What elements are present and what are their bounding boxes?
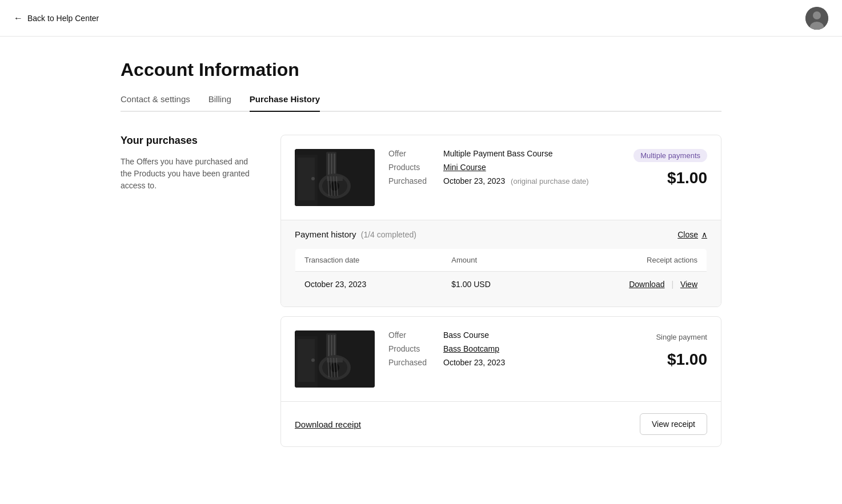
svg-rect-11 bbox=[327, 176, 343, 181]
receipt-actions-cell: Download | View bbox=[547, 272, 707, 297]
price-amount-1: $1.00 bbox=[616, 169, 707, 187]
table-header-row: Transaction date Amount Receipt actions bbox=[295, 249, 707, 272]
price-amount-2: $1.00 bbox=[616, 350, 707, 369]
transaction-table-wrapper: Transaction date Amount Receipt actions … bbox=[281, 248, 721, 307]
table-row: October 23, 2023 $1.00 USD Download | Vi… bbox=[295, 272, 707, 297]
products-row-2: Products Bass Bootcamp bbox=[388, 344, 602, 353]
sidebar-column: Your purchases The Offers you have purch… bbox=[121, 135, 258, 447]
col-amount: Amount bbox=[442, 249, 547, 272]
user-avatar[interactable] bbox=[805, 7, 828, 30]
svg-rect-5 bbox=[328, 154, 330, 176]
purchased-row-2: Purchased October 23, 2023 bbox=[388, 358, 602, 367]
products-link-2[interactable]: Bass Bootcamp bbox=[443, 344, 499, 353]
svg-rect-23 bbox=[334, 335, 335, 358]
svg-rect-7 bbox=[334, 154, 335, 176]
payment-badge-1: Multiple payments bbox=[633, 149, 707, 162]
main-content: Account Information Contact & settings B… bbox=[107, 37, 735, 470]
products-link-1[interactable]: Mini Course bbox=[443, 163, 486, 172]
offer-value-2: Bass Course bbox=[443, 330, 489, 340]
close-payment-history-button[interactable]: Close ∧ bbox=[677, 230, 707, 239]
back-to-help-center-link[interactable]: ← Back to Help Center bbox=[14, 13, 99, 23]
purchase-main-1: Offer Multiple Payment Bass Course Produ… bbox=[281, 135, 721, 220]
transaction-table: Transaction date Amount Receipt actions … bbox=[295, 248, 707, 297]
payment-history-header: Payment history (1/4 completed) Close ∧ bbox=[281, 220, 721, 248]
transaction-date-cell: October 23, 2023 bbox=[295, 272, 443, 297]
back-arrow-icon: ← bbox=[14, 13, 23, 23]
offer-row-2: Offer Bass Course bbox=[388, 330, 602, 340]
view-receipt-link-1[interactable]: View bbox=[680, 280, 697, 289]
offer-label-1: Offer bbox=[388, 149, 434, 158]
svg-point-34 bbox=[311, 358, 315, 362]
purchase-image-1 bbox=[295, 149, 375, 206]
transaction-amount-cell: $1.00 USD bbox=[442, 272, 547, 297]
svg-rect-21 bbox=[328, 335, 330, 358]
svg-point-18 bbox=[311, 177, 315, 180]
svg-rect-27 bbox=[327, 358, 343, 362]
download-receipt-button[interactable]: Download receipt bbox=[295, 420, 361, 429]
col-transaction-date: Transaction date bbox=[295, 249, 443, 272]
purchased-row-1: Purchased October 23, 2023 (original pur… bbox=[388, 176, 602, 186]
offer-row-1: Offer Multiple Payment Bass Course bbox=[388, 149, 602, 158]
sidebar-title: Your purchases bbox=[121, 135, 258, 147]
sidebar-description: The Offers you have purchased and the Pr… bbox=[121, 156, 258, 192]
purchase-image-2 bbox=[295, 330, 375, 388]
purchase-info-2: Offer Bass Course Products Bass Bootcamp… bbox=[388, 330, 602, 372]
purchases-layout: Your purchases The Offers you have purch… bbox=[121, 135, 721, 447]
purchase-info-1: Offer Multiple Payment Bass Course Produ… bbox=[388, 149, 602, 190]
payment-badge-2: Single payment bbox=[656, 330, 707, 344]
purchase-main-2: Offer Bass Course Products Bass Bootcamp… bbox=[281, 317, 721, 401]
products-label-2: Products bbox=[388, 344, 434, 353]
tab-billing[interactable]: Billing bbox=[209, 94, 231, 112]
purchased-value-2: October 23, 2023 bbox=[443, 358, 505, 367]
close-label: Close bbox=[677, 230, 698, 239]
products-label-1: Products bbox=[388, 163, 434, 172]
chevron-up-icon: ∧ bbox=[701, 230, 707, 239]
tab-contact-settings[interactable]: Contact & settings bbox=[121, 94, 190, 112]
products-row-1: Products Mini Course bbox=[388, 163, 602, 172]
purchase-card-1: Offer Multiple Payment Bass Course Produ… bbox=[280, 135, 721, 307]
purchase-price-col-1: Multiple payments $1.00 bbox=[616, 149, 707, 187]
payment-history-title-group: Payment history (1/4 completed) bbox=[295, 229, 416, 239]
download-receipt-link-1[interactable]: Download bbox=[629, 280, 664, 289]
purchase-price-col-2: Single payment $1.00 bbox=[616, 330, 707, 369]
view-receipt-button[interactable]: View receipt bbox=[640, 413, 707, 435]
payment-history-subtitle: (1/4 completed) bbox=[361, 230, 416, 239]
svg-rect-6 bbox=[331, 154, 332, 176]
offer-value-1: Multiple Payment Bass Course bbox=[443, 149, 552, 158]
purchase-footer-2: Download receipt View receipt bbox=[281, 401, 721, 446]
svg-point-1 bbox=[813, 11, 821, 19]
col-receipt-actions: Receipt actions bbox=[547, 249, 707, 272]
payment-history-title: Payment history bbox=[295, 229, 356, 239]
separator: | bbox=[671, 280, 673, 289]
svg-rect-22 bbox=[331, 335, 332, 358]
tabs-bar: Contact & settings Billing Purchase Hist… bbox=[121, 94, 721, 112]
purchased-note-1: (original purchase date) bbox=[511, 177, 589, 186]
purchased-label-1: Purchased bbox=[388, 176, 434, 186]
tab-purchase-history[interactable]: Purchase History bbox=[250, 94, 320, 112]
top-nav: ← Back to Help Center bbox=[0, 0, 842, 37]
purchased-value-1: October 23, 2023 (original purchase date… bbox=[443, 176, 589, 186]
offer-label-2: Offer bbox=[388, 330, 434, 340]
purchase-card-2: Offer Bass Course Products Bass Bootcamp… bbox=[280, 316, 721, 447]
purchased-label-2: Purchased bbox=[388, 358, 434, 367]
page-title: Account Information bbox=[121, 59, 721, 80]
payment-history-section: Payment history (1/4 completed) Close ∧ bbox=[281, 220, 721, 307]
purchases-column: Offer Multiple Payment Bass Course Produ… bbox=[280, 135, 721, 447]
back-link-label: Back to Help Center bbox=[27, 14, 99, 23]
